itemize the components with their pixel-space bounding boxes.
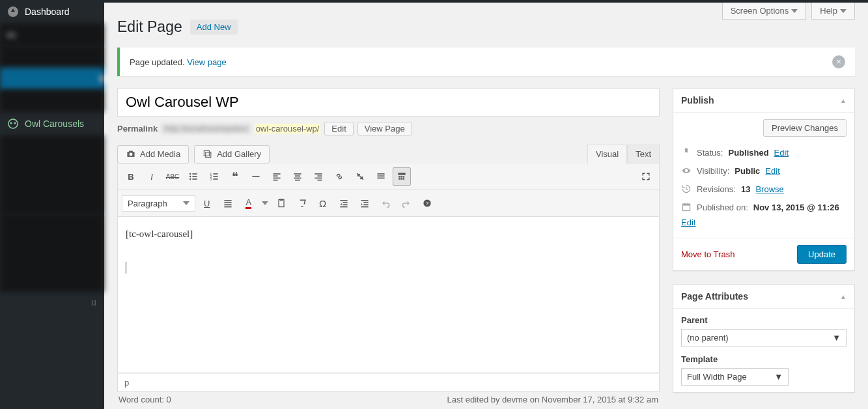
gallery-icon bbox=[203, 149, 213, 160]
tab-visual[interactable]: Visual bbox=[587, 145, 627, 163]
align-right-button[interactable] bbox=[309, 167, 328, 186]
main-content: Screen Options Help Edit Page Add New Pa… bbox=[104, 0, 868, 409]
editor-content: [tc-owl-carousel] bbox=[126, 229, 651, 240]
strikethrough-button[interactable]: ABC bbox=[163, 167, 182, 186]
editor-toolbar: B I ABC 123 ❝ bbox=[117, 163, 660, 190]
blockquote-button[interactable]: ❝ bbox=[226, 167, 244, 186]
owl-icon bbox=[7, 117, 20, 130]
svg-rect-52 bbox=[363, 204, 368, 206]
calendar-icon bbox=[681, 202, 692, 212]
toolbar-toggle-button[interactable] bbox=[393, 167, 411, 186]
svg-rect-38 bbox=[400, 178, 402, 179]
align-center-button[interactable] bbox=[288, 167, 307, 186]
svg-rect-21 bbox=[273, 180, 277, 181]
text-cursor bbox=[126, 262, 126, 274]
textcolor-menu-button[interactable] bbox=[260, 194, 270, 212]
dismiss-notice-button[interactable]: × bbox=[832, 55, 845, 68]
edit-visibility-link[interactable]: Edit bbox=[765, 166, 779, 176]
textcolor-button[interactable]: A bbox=[240, 194, 258, 212]
add-new-button[interactable]: Add New bbox=[190, 20, 238, 35]
last-edited: Last edited by devme on November 17, 201… bbox=[447, 395, 658, 404]
sidebar-label: Owl Carousels bbox=[25, 119, 84, 129]
help-button[interactable]: Help bbox=[811, 3, 855, 20]
svg-rect-16 bbox=[213, 178, 217, 180]
sidebar-item-owl-carousels[interactable]: Owl Carousels bbox=[0, 112, 104, 135]
svg-rect-58 bbox=[684, 203, 686, 205]
collapse-icon: ▲ bbox=[840, 97, 847, 104]
outdent-button[interactable] bbox=[335, 194, 353, 212]
bullet-list-button[interactable] bbox=[184, 167, 203, 186]
svg-rect-49 bbox=[340, 206, 347, 208]
bold-button[interactable]: B bbox=[122, 167, 140, 186]
svg-rect-29 bbox=[317, 180, 322, 181]
svg-rect-37 bbox=[399, 178, 400, 179]
svg-rect-33 bbox=[398, 173, 405, 175]
publish-box: Publish ▲ Preview Changes Status: Publis… bbox=[673, 88, 855, 271]
post-title-input[interactable] bbox=[117, 88, 660, 117]
svg-rect-35 bbox=[400, 176, 402, 177]
edit-status-link[interactable]: Edit bbox=[774, 148, 789, 158]
numbered-list-button[interactable]: 123 bbox=[205, 167, 223, 186]
page-title: Edit Page bbox=[117, 18, 182, 36]
justify-button[interactable] bbox=[219, 194, 237, 212]
sidebar-item-blurred[interactable] bbox=[0, 46, 104, 68]
svg-rect-27 bbox=[317, 175, 322, 176]
svg-rect-18 bbox=[273, 173, 280, 175]
indent-button[interactable] bbox=[356, 194, 374, 212]
help-button[interactable]: ? bbox=[418, 194, 436, 212]
sidebar-item-blurred[interactable] bbox=[0, 214, 104, 292]
sidebar-item-active[interactable] bbox=[0, 68, 104, 90]
clear-formatting-button[interactable] bbox=[293, 194, 311, 212]
svg-point-9 bbox=[189, 178, 191, 180]
sidebar-item-dashboard[interactable]: Dashboard bbox=[0, 0, 104, 23]
revisions-icon bbox=[681, 184, 692, 194]
redo-button[interactable] bbox=[397, 194, 415, 212]
hr-button[interactable] bbox=[247, 167, 265, 186]
undo-button[interactable] bbox=[376, 194, 395, 212]
update-button[interactable]: Update bbox=[797, 245, 847, 264]
paste-text-button[interactable] bbox=[272, 194, 290, 212]
sidebar-item-blurred[interactable] bbox=[0, 90, 104, 112]
sidebar-item-blurred[interactable] bbox=[0, 135, 104, 214]
svg-rect-4 bbox=[206, 152, 211, 157]
more-button[interactable] bbox=[372, 167, 390, 186]
edit-date-link[interactable]: Edit bbox=[681, 218, 695, 227]
add-gallery-button[interactable]: Add Gallery bbox=[194, 145, 270, 163]
word-count: Word count: 0 bbox=[119, 395, 171, 404]
view-page-link[interactable]: View page bbox=[187, 57, 226, 67]
template-select[interactable]: Full Width Page ▼ bbox=[681, 368, 789, 386]
svg-rect-44 bbox=[279, 199, 284, 206]
svg-rect-57 bbox=[682, 204, 690, 205]
screen-options-button[interactable]: Screen Options bbox=[722, 3, 807, 20]
fullscreen-button[interactable] bbox=[637, 167, 655, 186]
content-editor[interactable]: [tc-owl-carousel] bbox=[117, 217, 660, 373]
svg-rect-47 bbox=[343, 202, 347, 203]
link-button[interactable] bbox=[330, 167, 348, 186]
sidebar-item-blurred[interactable]: u bbox=[0, 292, 104, 313]
svg-rect-19 bbox=[273, 175, 277, 176]
parent-select[interactable]: (no parent) ▼ bbox=[681, 329, 847, 346]
unlink-button[interactable] bbox=[351, 167, 369, 186]
svg-rect-59 bbox=[688, 203, 689, 205]
sidebar-item-blurred[interactable]: ss bbox=[0, 23, 104, 46]
special-char-button[interactable]: Ω bbox=[314, 194, 332, 212]
format-select[interactable]: Paragraph bbox=[122, 195, 195, 212]
camera-icon bbox=[126, 149, 136, 160]
preview-changes-button[interactable]: Preview Changes bbox=[763, 119, 847, 137]
eye-icon bbox=[681, 165, 692, 176]
publish-heading[interactable]: Publish ▲ bbox=[673, 89, 854, 113]
italic-button[interactable]: I bbox=[143, 167, 161, 186]
permalink-base: http://localhost/wpdev/ bbox=[161, 124, 251, 134]
align-left-button[interactable] bbox=[268, 167, 286, 186]
edit-permalink-button[interactable]: Edit bbox=[324, 122, 353, 135]
move-to-trash-link[interactable]: Move to Trash bbox=[681, 249, 735, 259]
editor-toolbar-2: Paragraph U A Ω ? bbox=[117, 190, 660, 217]
add-media-button[interactable]: Add Media bbox=[117, 145, 189, 163]
tab-text[interactable]: Text bbox=[627, 145, 660, 163]
attributes-heading[interactable]: Page Attributes ▲ bbox=[673, 285, 854, 309]
browse-revisions-link[interactable]: Browse bbox=[755, 184, 783, 194]
view-page-button[interactable]: View Page bbox=[357, 122, 412, 135]
underline-button[interactable]: U bbox=[198, 194, 216, 212]
svg-rect-48 bbox=[343, 204, 347, 206]
svg-rect-30 bbox=[377, 173, 384, 175]
